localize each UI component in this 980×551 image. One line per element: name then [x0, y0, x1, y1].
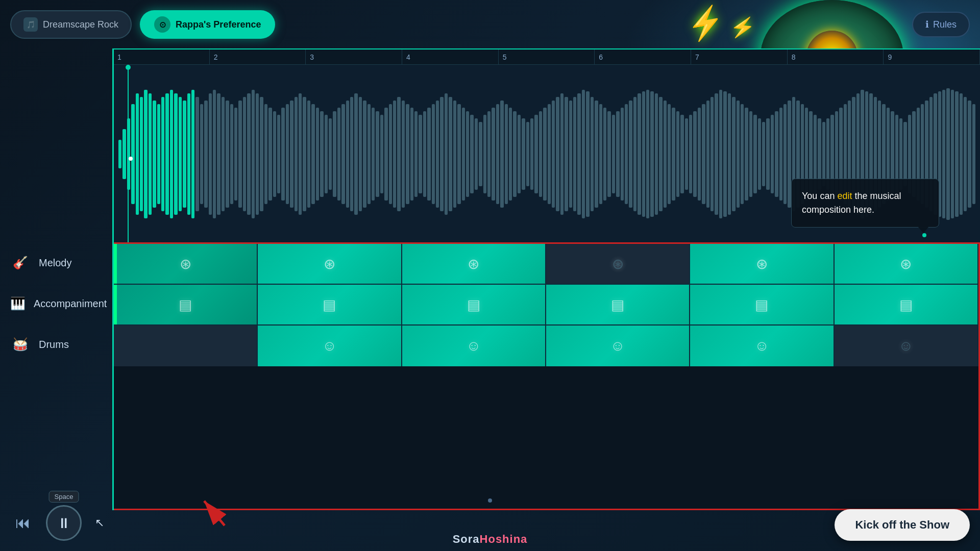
playhead [128, 65, 129, 242]
timeline-num-5: 5 [499, 49, 595, 64]
melody-cell-5-icon: ⊛ [756, 256, 768, 272]
timeline-numbers: 1 2 3 4 5 6 7 8 9 [113, 49, 980, 65]
waveform-bar [509, 108, 512, 201]
drums-cell-2[interactable]: ☺ [258, 325, 402, 366]
waveform-bar [204, 101, 207, 208]
waveform-bar [766, 118, 769, 190]
waveform-bar [165, 93, 168, 215]
dreamscape-button[interactable]: 🎵 Dreamscape Rock [10, 10, 132, 39]
waveform-bar [457, 104, 460, 204]
waveform-bar [337, 108, 340, 201]
waveform-bar [788, 101, 791, 208]
waveform-bar [183, 101, 186, 208]
melody-cell-3[interactable]: ⊛ [402, 244, 546, 284]
rappa-button[interactable]: ⊙ Rappa's Preference [140, 10, 275, 39]
waveform-bar [702, 104, 705, 204]
waveform-bar [118, 140, 121, 168]
drums-cell-2-icon: ☺ [322, 338, 337, 354]
waveform-bar [582, 90, 585, 218]
waveform-bar [771, 115, 774, 193]
melody-cell-2[interactable]: ⊛ [258, 244, 402, 284]
drums-cell-1[interactable] [114, 325, 258, 366]
drums-cell-4[interactable]: ☺ [546, 325, 690, 366]
acc-cell-3[interactable]: ▤ [402, 285, 546, 324]
waveform-bar [737, 101, 740, 208]
melody-cell-5[interactable]: ⊛ [690, 244, 834, 284]
waveform-bar [256, 93, 259, 215]
waveform-bar [646, 90, 649, 218]
melody-cell-6[interactable]: ⊛ [835, 244, 978, 284]
waveform-bar [625, 104, 628, 204]
waveform-bar [209, 93, 212, 215]
waveform-bar [380, 115, 383, 193]
drums-cell-6[interactable]: ☺ [835, 325, 978, 366]
drums-cell-5[interactable]: ☺ [690, 325, 834, 366]
playhead-circle [126, 65, 131, 70]
rappa-label: Rappa's Preference [176, 19, 261, 30]
melody-icon: 🎸 [10, 253, 31, 273]
waveform-bar [526, 122, 529, 186]
waveform-bar [320, 111, 323, 197]
acc-cell-5-icon: ▤ [755, 296, 768, 313]
waveform-bar [475, 118, 478, 190]
waveform-bar [552, 101, 555, 208]
acc-cell-4[interactable]: ▤ [546, 285, 690, 324]
waveform-bar [650, 91, 653, 217]
waveform-bar [354, 93, 357, 215]
waveform-bar [286, 104, 289, 204]
waveform-bar [513, 111, 516, 197]
pause-button[interactable]: ⏸ [46, 505, 82, 541]
waveform-bar [466, 111, 469, 197]
waveform-bar [964, 97, 967, 211]
acc-cell-4-icon: ▤ [611, 296, 624, 313]
waveform-bar [629, 101, 632, 208]
waveform-bar [698, 108, 701, 201]
space-badge: Space [49, 491, 79, 503]
waveform-bar [268, 108, 272, 201]
rules-button[interactable]: ℹ Rules [912, 12, 970, 37]
melody-row: ⊛ ⊛ ⊛ ⊛ ⊛ ⊛ [114, 244, 978, 285]
waveform-bar [213, 90, 216, 218]
waveform-bar [359, 97, 362, 211]
bottom-dot [488, 498, 492, 503]
acc-cell-5[interactable]: ▤ [690, 285, 834, 324]
info-icon: ℹ [925, 19, 929, 30]
waveform-bar [500, 101, 503, 208]
drums-cell-3[interactable]: ☺ [402, 325, 546, 366]
waveform-bar [346, 101, 349, 208]
space-label: Space [55, 493, 74, 500]
acc-cell-2[interactable]: ▤ [258, 285, 402, 324]
waveform-bar [195, 97, 199, 211]
melody-cell-4[interactable]: ⊛ [546, 244, 690, 284]
rewind-button[interactable]: ⏮ [10, 510, 36, 536]
waveform-bar [903, 122, 906, 186]
melody-cell-1[interactable]: ⊛ [114, 244, 258, 284]
waveform-bar [307, 101, 310, 208]
waveform-bar [277, 115, 280, 193]
waveform-bar [161, 97, 164, 211]
waveform-bar [230, 104, 233, 204]
waveform-bar [693, 111, 696, 197]
dreamscape-label: Dreamscape Rock [43, 19, 118, 30]
timeline-num-1: 1 [113, 49, 210, 64]
acc-cell-6-icon: ▤ [899, 296, 913, 313]
waveform-bar [548, 104, 551, 204]
waveform-bar [350, 97, 353, 211]
waveform-bar [260, 97, 263, 211]
waveform-bar [479, 122, 482, 186]
waveform-bar [783, 104, 787, 204]
dreamscape-icon: 🎵 [23, 17, 38, 32]
svg-line-1 [204, 501, 225, 525]
waveform-bar [496, 104, 499, 204]
waveform-bar [341, 104, 345, 204]
track-grid: ⊛ ⊛ ⊛ ⊛ ⊛ ⊛ ▤ ▤ ▤ ▤ ▤ [112, 242, 980, 510]
accompaniment-icon: 🎹 [10, 293, 26, 314]
waveform-bar [638, 93, 641, 215]
waveform-bar [732, 97, 735, 211]
waveform-bar [273, 111, 276, 197]
waveform-bar [534, 115, 537, 193]
waveform-bar [749, 111, 752, 197]
acc-cell-6[interactable]: ▤ [835, 285, 978, 324]
rappa-icon: ⊙ [154, 16, 170, 33]
acc-cell-1[interactable]: ▤ [114, 285, 258, 324]
